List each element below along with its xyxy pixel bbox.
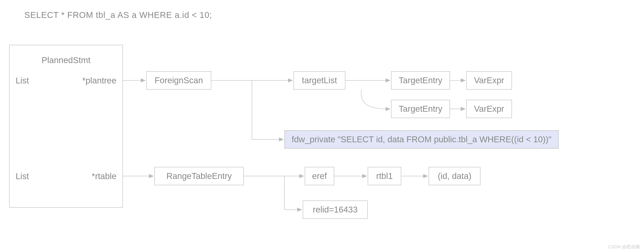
- rtable-row: List *rtable: [10, 171, 122, 181]
- plannedstmt-title: PlannedStmt: [10, 55, 122, 65]
- rtbl1-node: rtbl1: [368, 167, 401, 185]
- rangetableentry-node: RangeTableEntry: [154, 167, 244, 185]
- rtable-type: List: [16, 171, 29, 181]
- eref-node: eref: [305, 167, 334, 185]
- foreignscan-node: ForeignScan: [146, 71, 211, 90]
- plantree-row: List *plantree: [10, 76, 122, 85]
- rtable-field: *rtable: [92, 171, 116, 181]
- varexpr1-node: VarExpr: [466, 71, 512, 90]
- watermark-text: CSDN @肥叔菌: [608, 244, 640, 250]
- id-data-node: (id, data): [429, 167, 480, 185]
- targetlist-node: targetList: [294, 71, 345, 90]
- plantree-field: *plantree: [82, 76, 116, 85]
- plantree-type: List: [16, 76, 29, 85]
- targetentry2-node: TargetEntry: [391, 100, 450, 118]
- targetentry1-node: TargetEntry: [391, 71, 450, 90]
- sql-query-text: SELECT * FROM tbl_a AS a WHERE a.id < 10…: [24, 10, 212, 20]
- varexpr2-node: VarExpr: [466, 100, 512, 118]
- relid-node: relid=16433: [303, 200, 368, 219]
- plannedstmt-box: PlannedStmt List *plantree List *rtable: [9, 45, 123, 208]
- fdw-private-node: fdw_private "SELECT id, data FROM public…: [284, 130, 559, 149]
